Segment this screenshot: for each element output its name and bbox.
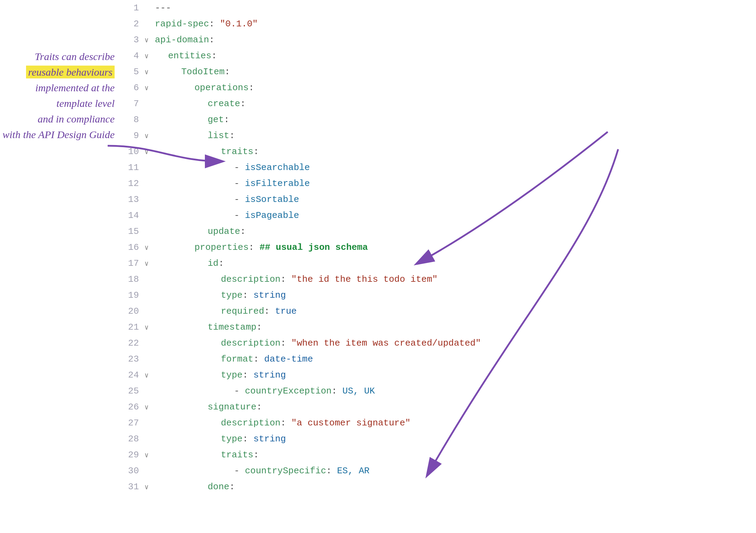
- collapse-icon-21[interactable]: ∨: [144, 323, 153, 332]
- collapse-icon-6[interactable]: ∨: [144, 84, 153, 92]
- token-key-30: countrySpecific: [245, 466, 326, 476]
- token-dash-25: -: [234, 386, 245, 396]
- token-key-24: type: [221, 370, 242, 380]
- code-content-7: create:: [155, 99, 246, 109]
- token-key-6: operations: [194, 83, 249, 93]
- token-key-17: id: [208, 258, 218, 269]
- token-sep-16: :: [249, 242, 259, 253]
- page-container: Traits can describe reusable behaviours …: [0, 0, 756, 533]
- code-line-7: 7create:: [118, 96, 756, 112]
- code-line-1: 1---: [118, 0, 756, 16]
- code-content-29: traits:: [155, 450, 259, 460]
- token-key-18: description: [221, 274, 281, 285]
- ann-left-line6: with the API Design Guide: [2, 129, 115, 140]
- collapse-icon-31[interactable]: ∨: [144, 483, 153, 491]
- line-number-6: 6: [122, 83, 139, 93]
- ann-left-line4: template level: [57, 98, 115, 109]
- token-string-27: "a customer signature": [291, 418, 410, 428]
- token-key-26: signature: [208, 402, 256, 412]
- token-key-3: api-domain: [155, 35, 209, 45]
- line-number-11: 11: [122, 162, 139, 173]
- collapse-icon-17[interactable]: ∨: [144, 259, 153, 268]
- code-content-13: - isSortable: [155, 194, 299, 205]
- collapse-icon-3[interactable]: ∨: [144, 36, 153, 44]
- token-string-22: "when the item was created/updated": [291, 338, 481, 348]
- line-number-1: 1: [122, 3, 139, 13]
- token-bool-28: string: [254, 434, 286, 444]
- token-key-4: entities: [168, 51, 211, 61]
- token-sep-23: :: [254, 354, 264, 364]
- code-line-14: 14- isPageable: [118, 208, 756, 223]
- token-dash-11: -: [234, 162, 245, 173]
- code-content-12: - isFilterable: [155, 178, 310, 189]
- code-line-21: 21∨timestamp:: [118, 319, 756, 335]
- token-key-28: type: [221, 434, 242, 444]
- code-content-19: type: string: [155, 290, 286, 301]
- code-line-27: 27description: "a customer signature": [118, 415, 756, 431]
- token-sep-10: :: [254, 146, 259, 157]
- collapse-icon-29[interactable]: ∨: [144, 451, 153, 459]
- collapse-icon-5[interactable]: ∨: [144, 68, 153, 76]
- token-trait-14: isPageable: [245, 210, 299, 221]
- code-content-8: get:: [155, 115, 229, 125]
- token-trait-30: ES, AR: [337, 466, 369, 476]
- collapse-icon-16[interactable]: ∨: [144, 243, 153, 252]
- token-bool-20: true: [275, 306, 297, 316]
- collapse-icon-4[interactable]: ∨: [144, 52, 153, 60]
- code-line-10: 10∨traits:: [118, 144, 756, 160]
- line-number-3: 3: [122, 35, 139, 45]
- token-comment-16: ## usual json schema: [259, 242, 368, 253]
- code-line-8: 8get:: [118, 112, 756, 128]
- token-separator-1: ---: [155, 3, 171, 13]
- collapse-icon-9[interactable]: ∨: [144, 132, 153, 140]
- code-content-21: timestamp:: [155, 322, 262, 332]
- token-sep-7: :: [240, 99, 246, 109]
- token-sep-22: :: [281, 338, 291, 348]
- token-key-20: required: [221, 306, 264, 316]
- ann-left-line5: and in compliance: [38, 113, 115, 125]
- collapse-icon-26[interactable]: ∨: [144, 403, 153, 412]
- code-line-4: 4∨entities:: [118, 48, 756, 64]
- token-sep-26: :: [256, 402, 262, 412]
- ann-left-line3: implemented at the: [35, 82, 115, 93]
- line-number-16: 16: [122, 242, 139, 253]
- token-key-23: format: [221, 354, 254, 364]
- code-line-11: 11- isSearchable: [118, 160, 756, 176]
- token-trait-11: isSearchable: [245, 162, 310, 173]
- token-key-27: description: [221, 418, 281, 428]
- collapse-icon-24[interactable]: ∨: [144, 371, 153, 380]
- token-trait-12: isFilterable: [245, 178, 310, 189]
- token-sep-21: :: [256, 322, 262, 332]
- code-line-13: 13- isSortable: [118, 192, 756, 208]
- code-content-10: traits:: [155, 146, 259, 157]
- token-key-5: TodoItem: [181, 67, 225, 77]
- collapse-icon-10[interactable]: ∨: [144, 147, 153, 156]
- line-number-30: 30: [122, 466, 139, 476]
- code-editor: 1---2rapid-spec: "0.1.0"3∨api-domain:4∨e…: [118, 0, 756, 533]
- code-line-22: 22description: "when the item was create…: [118, 335, 756, 351]
- token-sep-18: :: [281, 274, 291, 285]
- token-sep-3: :: [209, 35, 215, 45]
- token-sep-29: :: [254, 450, 259, 460]
- code-line-26: 26∨signature:: [118, 399, 756, 415]
- line-number-13: 13: [122, 194, 139, 205]
- code-content-25: - countryException: US, UK: [155, 386, 375, 396]
- code-line-16: 16∨properties: ## usual json schema: [118, 239, 756, 255]
- code-line-5: 5∨TodoItem:: [118, 64, 756, 80]
- token-sep-24: :: [242, 370, 253, 380]
- token-bool-19: string: [254, 290, 286, 301]
- code-content-30: - countrySpecific: ES, AR: [155, 466, 369, 476]
- line-number-12: 12: [122, 178, 139, 189]
- token-key-7: create: [208, 99, 240, 109]
- code-content-3: api-domain:: [155, 35, 215, 45]
- token-string-2: "0.1.0": [220, 19, 258, 29]
- token-trait-13: isSortable: [245, 194, 299, 205]
- line-number-23: 23: [122, 354, 139, 364]
- token-bool-24: string: [254, 370, 286, 380]
- token-sep-4: :: [211, 51, 217, 61]
- code-content-26: signature:: [155, 402, 262, 412]
- line-number-15: 15: [122, 226, 139, 237]
- token-sep-30: :: [326, 466, 337, 476]
- token-key-16: properties: [194, 242, 249, 253]
- code-content-11: - isSearchable: [155, 162, 310, 173]
